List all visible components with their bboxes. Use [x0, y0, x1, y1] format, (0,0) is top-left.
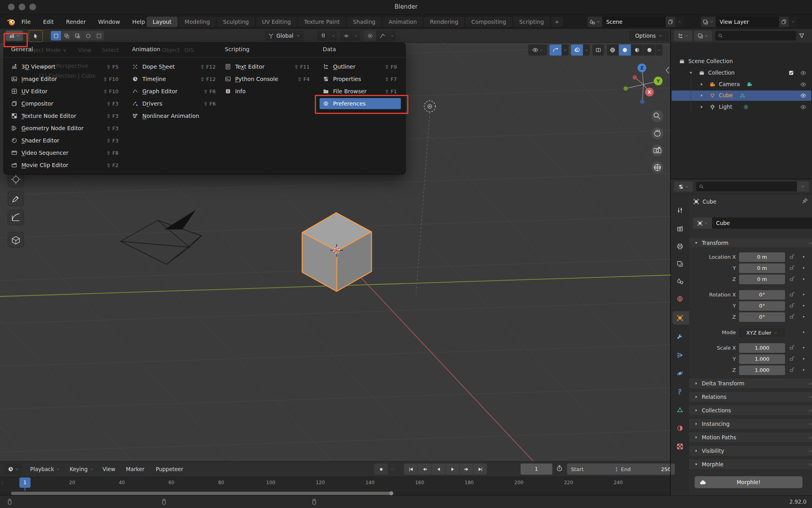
timeline-menu-marker[interactable]: Marker	[124, 464, 147, 475]
properties-tab-world[interactable]	[676, 295, 684, 302]
menubar-item-file[interactable]: File	[21, 17, 31, 27]
menu-item-drivers[interactable]: Drivers⇧ F6	[132, 98, 216, 109]
snap-settings-dropdown[interactable]	[329, 31, 337, 41]
workspace-tab-texture-paint[interactable]: Texture Paint	[298, 17, 346, 27]
panel-grip-icon[interactable]	[808, 435, 812, 440]
select-mode-button-2[interactable]	[72, 31, 82, 40]
select-mode-button-4[interactable]	[94, 31, 104, 40]
menu-item-outliner[interactable]: Outliner⇧ F9	[323, 61, 398, 72]
jump-to-end-button[interactable]	[473, 464, 487, 475]
properties-tab-modifiers[interactable]	[676, 333, 684, 341]
shading-solid-button[interactable]	[619, 44, 631, 56]
outliner-row-camera[interactable]: Camera	[672, 79, 811, 90]
panel-header-delta-transform[interactable]: Delta Transform	[689, 378, 812, 389]
lock-open-icon[interactable]	[789, 291, 795, 297]
menu-item-texture-node-editor[interactable]: Texture Node Editor⇧ F3	[11, 110, 119, 121]
visibility-eye-icon[interactable]	[800, 81, 806, 88]
animate-dot-icon[interactable]	[801, 265, 806, 271]
workspace-tab-layout[interactable]: Layout	[147, 17, 178, 27]
menubar-item-window[interactable]: Window	[97, 17, 121, 27]
workspace-tab-uv-editing[interactable]: UV Editing	[256, 17, 297, 27]
object-name-field[interactable]: Cube	[712, 217, 812, 229]
shading-dropdown[interactable]	[656, 44, 663, 56]
twisty-collapse-icon[interactable]	[699, 104, 704, 110]
current-frame-marker[interactable]: 1	[19, 477, 31, 488]
lock-open-icon[interactable]	[789, 314, 795, 319]
next-keyframe-button[interactable]	[460, 464, 473, 475]
menu-item-timeline[interactable]: Timeline⇧ F12	[132, 73, 216, 85]
menu-item-text-editor[interactable]: Text Editor⇧ F11	[225, 61, 310, 72]
menu-item-geometry-node-editor[interactable]: Geometry Node Editor⇧ F3	[11, 123, 119, 134]
menubar-item-edit[interactable]: Edit	[42, 17, 54, 27]
menu-item-dope-sheet[interactable]: Dope Sheet⇧ F12	[132, 61, 216, 72]
overlays-dropdown[interactable]	[583, 44, 590, 56]
menu-item-uv-editor[interactable]: UV Editor⇧ F10	[11, 86, 119, 97]
viewport-options-dropdown[interactable]: Options	[629, 31, 669, 41]
rotation-mode-dropdown[interactable]: XYZ Euler	[739, 328, 785, 337]
gizmos-toggle[interactable]	[550, 44, 561, 56]
visibility-eye-icon[interactable]	[800, 104, 806, 110]
panel-grip-icon[interactable]	[808, 240, 812, 246]
value-field-y-1[interactable]: 0 m	[739, 264, 785, 273]
outliner-row-light[interactable]: Light	[672, 102, 811, 112]
value-field-z-5[interactable]: 0°	[739, 312, 785, 322]
animate-dot-icon[interactable]	[801, 345, 806, 350]
outliner-search-input[interactable]	[715, 31, 796, 40]
animate-dot-icon[interactable]	[801, 254, 806, 260]
menu-item-properties[interactable]: Properties⇧ F7	[323, 73, 398, 85]
animate-dot-icon[interactable]	[801, 367, 806, 373]
auto-keying-record-button[interactable]	[374, 464, 388, 475]
workspace-tab-compositing[interactable]: Compositing	[465, 17, 512, 27]
timeline-editor-type-button[interactable]	[4, 464, 22, 475]
panel-grip-icon[interactable]	[808, 394, 812, 400]
properties-tab-material[interactable]	[676, 425, 684, 432]
scrollbar-handle[interactable]	[389, 491, 393, 495]
previous-keyframe-button[interactable]	[418, 464, 431, 475]
value-field-z-9[interactable]: 1.000	[739, 366, 785, 375]
animate-dot-icon[interactable]	[801, 303, 806, 308]
workspace-tab-modeling[interactable]: Modeling	[179, 17, 216, 27]
properties-tab-texture[interactable]	[676, 443, 684, 450]
menubar-item-help[interactable]: Help	[132, 17, 146, 27]
value-field-z-2[interactable]: 0 m	[739, 275, 785, 284]
value-field-rotation-x-3[interactable]: 0°	[739, 290, 785, 300]
snap-magnet-toggle[interactable]	[317, 31, 329, 41]
properties-search-input[interactable]	[696, 182, 798, 191]
view-layer-copy-button[interactable]	[779, 17, 789, 27]
menu-item-image-editor[interactable]: Image Editor⇧ F10	[11, 73, 119, 85]
timeline-menu-playback[interactable]: Playback	[28, 464, 63, 475]
overlays-toggle[interactable]	[571, 44, 583, 56]
start-frame-field[interactable]: Start1	[567, 464, 622, 475]
outliner-filter-button[interactable]	[795, 31, 808, 41]
ruler-collapse-chevron[interactable]: 〉	[1, 480, 6, 487]
menu-item-video-sequencer[interactable]: Video Sequencer⇧ F8	[11, 147, 119, 158]
lock-open-icon[interactable]	[789, 276, 795, 282]
current-frame-field[interactable]: 1	[521, 464, 552, 475]
panel-header-motion-paths[interactable]: Motion Paths	[689, 432, 812, 443]
outliner-display-mode-dropdown[interactable]	[674, 31, 692, 41]
view-layer-name-field[interactable]: View Layer	[716, 17, 779, 27]
properties-tab-scene[interactable]	[676, 278, 684, 285]
lock-open-icon[interactable]	[789, 367, 795, 373]
workspace-tab-scripting[interactable]: Scripting	[513, 17, 550, 27]
twisty-expand-icon[interactable]	[688, 70, 693, 75]
show-gizmo-object-types-dropdown[interactable]	[528, 44, 547, 56]
blender-logo-icon[interactable]	[7, 17, 16, 27]
jump-to-start-button[interactable]	[404, 464, 417, 475]
value-field-y-4[interactable]: 0°	[739, 301, 785, 311]
properties-tab-view-layer[interactable]	[676, 260, 684, 267]
select-mode-button-3[interactable]	[83, 31, 93, 40]
visibility-eye-icon[interactable]	[800, 92, 806, 99]
workspace-tab-animation[interactable]: Animation	[383, 17, 423, 27]
lock-open-icon[interactable]	[789, 344, 795, 350]
menu-item-graph-editor[interactable]: Graph Editor⇧ F6	[132, 86, 216, 97]
transform-panel-header[interactable]: Transform	[689, 238, 812, 248]
shading-material-button[interactable]	[631, 44, 643, 56]
snap-with-dropdown[interactable]	[352, 31, 360, 41]
play-button[interactable]	[446, 464, 459, 475]
proportional-falloff-button[interactable]	[376, 31, 388, 41]
menu-item-nonlinear-animation[interactable]: Nonlinear Animation	[132, 110, 216, 121]
scene-name-field[interactable]: Scene	[602, 17, 666, 27]
panel-grip-icon[interactable]	[808, 381, 812, 386]
properties-tab-render[interactable]	[676, 225, 684, 233]
